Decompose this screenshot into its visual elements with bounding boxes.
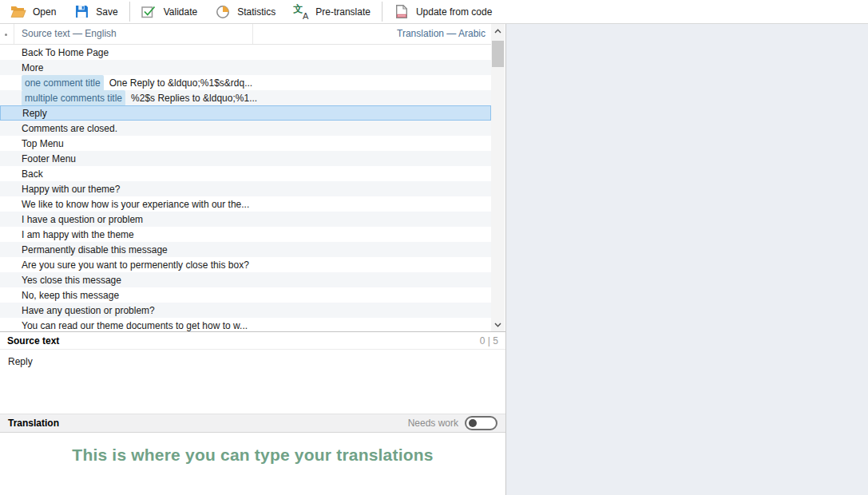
list-item[interactable]: one comment titleOne Reply to &ldquo;%1$… xyxy=(0,75,491,90)
source-string-text: We like to know how is your experiance w… xyxy=(22,197,249,212)
source-string-text: One Reply to &ldquo;%1$s&rdq... xyxy=(109,76,252,90)
list-item[interactable]: Are you sure you want to permenently clo… xyxy=(0,257,491,272)
update-from-code-button-label: Update from code xyxy=(416,6,492,18)
validate-button-label: Validate xyxy=(164,6,197,18)
save-icon xyxy=(73,4,89,20)
source-string-text: %2$s Replies to &ldquo;%1... xyxy=(131,91,257,105)
toolbar-separator xyxy=(382,2,382,22)
source-string-text: You can read our theme documents to get … xyxy=(22,319,248,332)
statistics-icon xyxy=(215,4,231,20)
scroll-down-icon[interactable] xyxy=(491,318,505,331)
statistics-button[interactable]: Statistics xyxy=(206,1,284,23)
context-tag: one comment title xyxy=(22,75,104,90)
source-string-text: No, keep this message xyxy=(22,288,119,303)
translation-edit-area[interactable]: This is where you can type your translat… xyxy=(0,433,505,495)
source-string-text: I have a question or problem xyxy=(22,212,143,227)
list-item[interactable]: Permanently disable this message xyxy=(0,242,491,257)
list-header-translation[interactable]: Translation — Arabic xyxy=(253,24,491,44)
source-string-text: Have any question or problem? xyxy=(22,303,155,318)
scrollbar-thumb[interactable] xyxy=(492,41,504,67)
right-sidebar xyxy=(505,24,868,495)
source-string-text: Top Menu xyxy=(22,137,64,151)
update-from-code-button[interactable]: Update from code xyxy=(385,1,501,23)
source-text-view: Reply xyxy=(0,350,505,414)
list-item[interactable]: Reply xyxy=(0,105,491,121)
source-string-text: Comments are closed. xyxy=(22,121,117,136)
list-scrollbar[interactable] xyxy=(491,24,505,331)
open-folder-icon xyxy=(10,4,26,20)
translation-placeholder: This is where you can type your translat… xyxy=(72,446,433,465)
string-list-panel: Source text — English Translation — Arab… xyxy=(0,24,505,331)
source-string-text: More xyxy=(22,61,43,75)
list-item[interactable]: Back To Home Page xyxy=(0,45,491,60)
source-string-text: Back To Home Page xyxy=(22,46,109,60)
list-item[interactable]: Top Menu xyxy=(0,136,491,151)
source-string-text: Happy with our theme? xyxy=(22,182,120,196)
source-string-text: Are you sure you want to permenently clo… xyxy=(22,258,249,272)
list-item[interactable]: Yes close this message xyxy=(0,272,491,287)
open-button[interactable]: Open xyxy=(2,1,65,23)
source-char-counter: 0 | 5 xyxy=(480,335,498,346)
source-string-text: Footer Menu xyxy=(22,152,76,166)
list-item[interactable]: Happy with our theme? xyxy=(0,181,491,196)
source-string-text: Back xyxy=(22,167,43,181)
editor-column: Source text — English Translation — Arab… xyxy=(0,24,505,495)
needs-work-control: Needs work xyxy=(408,416,497,430)
source-string-text: Yes close this message xyxy=(22,273,121,287)
string-list: Back To Home PageMoreone comment titleOn… xyxy=(0,45,491,331)
list-item[interactable]: multiple comments title%2$s Replies to &… xyxy=(0,90,491,105)
list-item[interactable]: You can read our theme documents to get … xyxy=(0,318,491,331)
toolbar: Open Save Validate Stat xyxy=(0,0,868,24)
list-item[interactable]: Back xyxy=(0,166,491,181)
list-header: Source text — English Translation — Arab… xyxy=(0,24,491,45)
list-item[interactable]: I have a question or problem xyxy=(0,212,491,227)
source-text-header: Source text 0 | 5 xyxy=(0,331,505,350)
validate-icon xyxy=(141,4,157,20)
needs-work-label: Needs work xyxy=(408,418,458,429)
context-tag: multiple comments title xyxy=(22,90,125,105)
statistics-button-label: Statistics xyxy=(237,6,275,18)
source-string-text: Permanently disable this message xyxy=(22,243,168,257)
translation-title: Translation xyxy=(8,418,59,429)
list-item[interactable]: Comments are closed. xyxy=(0,121,491,136)
source-string-text: I am happy with the theme xyxy=(22,228,134,242)
list-item[interactable]: Footer Menu xyxy=(0,151,491,166)
pre-translate-button[interactable]: 文A Pre-translate xyxy=(284,1,379,23)
toolbar-separator xyxy=(129,2,130,22)
source-string-text: Reply xyxy=(22,107,47,120)
source-text-title: Source text xyxy=(7,335,59,346)
source-text-value: Reply xyxy=(8,356,33,367)
sort-indicator-icon xyxy=(5,34,7,36)
list-item[interactable]: More xyxy=(0,60,491,75)
pre-translate-button-label: Pre-translate xyxy=(315,6,371,18)
save-button-label: Save xyxy=(96,6,117,18)
main-area: Source text — English Translation — Arab… xyxy=(0,24,868,495)
list-header-source[interactable]: Source text — English xyxy=(14,24,253,44)
list-item[interactable]: Have any question or problem? xyxy=(0,303,491,318)
toggle-knob xyxy=(469,419,477,427)
list-item[interactable]: No, keep this message xyxy=(0,287,491,303)
list-item[interactable]: We like to know how is your experiance w… xyxy=(0,196,491,212)
list-header-id-column[interactable] xyxy=(0,24,14,44)
pre-translate-icon: 文A xyxy=(293,4,309,20)
update-from-code-icon xyxy=(394,4,410,20)
needs-work-toggle[interactable] xyxy=(465,416,497,430)
save-button[interactable]: Save xyxy=(65,1,126,23)
list-item[interactable]: I am happy with the theme xyxy=(0,227,491,242)
validate-button[interactable]: Validate xyxy=(133,1,206,23)
scroll-up-icon[interactable] xyxy=(491,24,505,38)
translation-header: Translation Needs work xyxy=(0,414,505,433)
open-button-label: Open xyxy=(33,6,56,18)
